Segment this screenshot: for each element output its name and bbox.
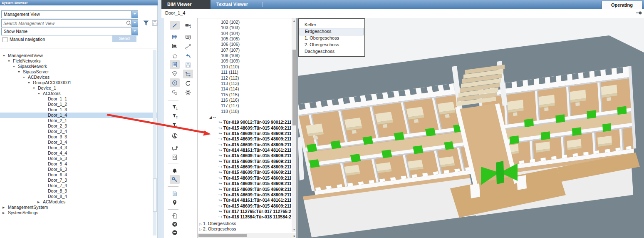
tree-item-Door_7_4[interactable]: Door_7_4 — [0, 183, 157, 188]
tree-item-Door_5_3[interactable]: Door_5_3 — [0, 156, 157, 161]
room-item[interactable]: 104 (104) — [221, 31, 240, 36]
door-list-item[interactable]: ↪ Tür-019 90012:Tür-019 90012:211607 — [218, 120, 291, 125]
tree-item-ManagementSystem[interactable]: ▶ManagementSystem — [0, 205, 157, 210]
floor-option-Keller[interactable]: Keller — [300, 21, 364, 28]
filter-l-icon[interactable]: L — [170, 120, 180, 129]
tab-textual-viewer[interactable]: Textual Viewer — [211, 0, 254, 9]
door-list-item[interactable]: ↪ Tür-015 48609:Tür-015 48609:211647 — [218, 175, 291, 181]
tree-item-Door_2_3[interactable]: Door_2_3 — [0, 123, 157, 129]
tree-item-Door_4_3[interactable]: Door_4_3 — [0, 145, 157, 150]
tree-item-Door_7_3[interactable]: Door_7_3 — [0, 178, 157, 183]
tree-item-ACDoors[interactable]: ▼ACDoors — [0, 91, 157, 96]
filter-2-icon[interactable]: 2 — [170, 111, 180, 120]
bell-icon[interactable] — [170, 166, 180, 175]
grid-icon[interactable] — [170, 33, 180, 41]
door-list-item[interactable]: ↪ Tür-015 48609:Tür-015 48609:211649 — [218, 187, 291, 192]
doc-search-icon[interactable] — [170, 153, 180, 161]
tree-item-ACModules[interactable]: ▶ACModules — [0, 199, 157, 205]
bim-3d-viewport[interactable]: KellerErdgeschoss1. Obergeschoss2. Oberg… — [296, 18, 644, 238]
room-item[interactable]: 116 (116) — [221, 98, 239, 103]
list-hscrollbar[interactable]: ▶ — [198, 233, 297, 238]
room-item[interactable]: 106 (106) — [221, 42, 240, 47]
comment-icon[interactable] — [170, 144, 180, 153]
room-item[interactable]: 114 (114) — [221, 86, 239, 92]
tree-item-Door_3_3[interactable]: Door_3_3 — [0, 134, 157, 140]
tree-item-Door_8_3[interactable]: Door_8_3 — [0, 188, 157, 194]
tree-item-GroupACC0000001[interactable]: ▼GroupACC0000001 — [0, 80, 157, 85]
tree-item-Door_1_2[interactable]: Door_1_2 — [0, 102, 157, 107]
tree-item-Door_1_1[interactable]: Door_1_1 — [0, 96, 157, 102]
tree-item-ManagementView[interactable]: ▼ManagementView — [0, 53, 157, 58]
tree-item-Device_1[interactable]: ▼Device_1 — [0, 85, 157, 91]
room-item[interactable]: 113 (113) — [221, 81, 239, 86]
tree-item-Door_8_4[interactable]: Door_8_4 — [0, 194, 157, 199]
room-item[interactable]: 110 (110) — [221, 64, 239, 70]
room-item[interactable]: 117 (117) — [221, 103, 239, 108]
tree-item-Door_1_3[interactable]: Door_1_3 — [0, 107, 157, 113]
room-item[interactable]: 103 (103) — [221, 25, 240, 30]
tree-item-Door_3_4[interactable]: Door_3_4 — [0, 140, 157, 145]
door-list-item[interactable]: ↪ Tür-018 113584:Tür-018 113584:211682 — [218, 214, 291, 220]
scroll-down-arrow[interactable]: ▼ — [292, 228, 296, 231]
route-icon[interactable] — [183, 42, 193, 51]
door-list-item[interactable]: ↪ Tür-015 48609:Tür-015 48609:211642 — [218, 153, 291, 158]
tree-item-Door_5_4[interactable]: Door_5_4 — [0, 161, 157, 167]
door-group-node[interactable]: ◢ -- — [209, 114, 216, 120]
tree-item-SipassServer[interactable]: ▼SipassServer — [0, 69, 157, 75]
door-list-item[interactable]: ↪ Tür-015 48609:Tür-015 48609:211638 — [218, 136, 291, 142]
floor-tree-item[interactable]: ▷ 2. Obergeschoss — [199, 226, 236, 232]
floor-option-Dachgeschoss[interactable]: Dachgeschoss — [300, 48, 364, 55]
tree-item-ACDevices[interactable]: ▼ACDevices — [0, 75, 157, 80]
list-vscrollbar-thumb[interactable] — [292, 50, 296, 125]
operating-tab[interactable]: Operating — [602, 1, 642, 9]
room-item[interactable]: 115 (115) — [221, 92, 239, 98]
room-item[interactable]: 107 (107) — [221, 48, 240, 53]
door-list-item[interactable]: ↪ Tür-017 112765:Tür-017 112765:211680 — [218, 209, 291, 214]
undo-icon[interactable] — [183, 52, 193, 60]
pin-icon[interactable] — [636, 10, 642, 18]
door-list-item[interactable]: ↪ Tür-015 48609:Tür-015 48609:211645 — [218, 164, 291, 170]
floor-tree-item[interactable]: ▷ 1. Obergeschoss — [199, 221, 236, 226]
tree-scrollbar[interactable] — [153, 50, 156, 235]
tree-view-icon[interactable] — [183, 70, 193, 78]
door-list-item[interactable]: ↪ Tür-015 48609:Tür-015 48609:211646 — [218, 170, 291, 175]
tree-item-SystemSettings[interactable]: ▶SystemSettings — [0, 210, 157, 215]
note-icon[interactable] — [183, 33, 193, 41]
tree-item-Door_2_4[interactable]: Door_2_4 — [0, 129, 157, 134]
door-list-item[interactable]: ↪ Tür-015 48609:Tür-015 48609:211639 — [218, 142, 291, 148]
door-list-item[interactable]: ↪ Tür-015 48609:Tür-015 48609:211653 — [218, 203, 291, 209]
target-icon[interactable] — [170, 78, 180, 87]
floor-option-1. Obergeschoss[interactable]: 1. Obergeschoss — [300, 35, 364, 41]
location-pin-icon[interactable] — [170, 198, 180, 207]
report-icon[interactable] — [170, 189, 180, 198]
door-list-item[interactable]: ↪ Tür-015 48609:Tür-015 48609:211650 — [218, 192, 291, 198]
filter-1-icon[interactable]: 1 — [170, 103, 180, 111]
list-hscrollbar-thumb[interactable] — [198, 234, 247, 237]
door-list-item[interactable]: ↪ Tür-015 48609:Tür-015 48609:211636 — [218, 125, 291, 131]
tree-item-FieldNetworks[interactable]: ▼FieldNetworks — [0, 58, 157, 64]
picture-icon[interactable] — [170, 41, 180, 50]
settings-icon[interactable] — [183, 88, 193, 97]
markup-pen-icon[interactable] — [170, 21, 180, 30]
tree-item-Door_6_4[interactable]: Door_6_4 — [0, 172, 157, 178]
room-item[interactable]: 112 (112) — [221, 75, 239, 81]
room-item[interactable]: 102 (102) — [221, 20, 240, 25]
door-list-item[interactable]: ↪ Tür-015 48609:Tür-015 48609:211637 — [218, 131, 291, 136]
link-icon[interactable] — [170, 88, 180, 97]
room-item[interactable]: 109 (109) — [221, 58, 240, 64]
door-list-item[interactable]: ↪ Tür-015 48609:Tür-015 48609:211643 — [218, 159, 291, 164]
room-item[interactable]: 105 (105) — [221, 36, 240, 42]
floor-option-2. Obergeschoss[interactable]: 2. Obergeschoss — [300, 41, 364, 48]
panel-splitter[interactable] — [158, 0, 161, 238]
tree-item-Door_2_1[interactable]: Door_2_1 — [0, 118, 157, 123]
door-list-item[interactable]: ↪ Tür-014 48161:Tür-014 48161:211652 — [218, 198, 291, 203]
export-icon[interactable] — [170, 211, 180, 220]
door-list-item[interactable]: ↪ Tür-015 48609:Tür-015 48609:211648 — [218, 181, 291, 186]
room-item[interactable]: 108 (108) — [221, 53, 240, 58]
minus-icon[interactable] — [170, 228, 180, 237]
home-icon[interactable] — [170, 51, 180, 60]
room-item[interactable]: 118 (118) — [221, 109, 239, 114]
tab-bim-viewer[interactable]: BIM Viewer — [161, 0, 211, 9]
tree-item-SipassNetwork[interactable]: ▼SipassNetwork — [0, 64, 157, 69]
tree-item-Door_4_4[interactable]: Door_4_4 — [0, 150, 157, 156]
